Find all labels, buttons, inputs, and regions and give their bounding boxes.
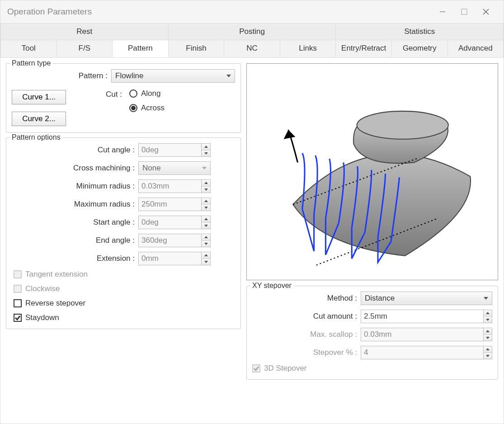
curve1-button[interactable]: Curve 1... — [12, 90, 66, 104]
method-label: Method : — [252, 294, 361, 303]
tab-pattern[interactable]: Pattern — [112, 40, 168, 57]
cross-machining-select[interactable]: None — [138, 161, 211, 175]
end-angle-input[interactable] — [138, 234, 211, 247]
cut-along-radio[interactable]: Along — [129, 89, 165, 98]
legend-pattern-options: Pattern options — [10, 133, 62, 141]
pattern-select-value: Flowline — [115, 71, 143, 80]
staydown-checkbox[interactable]: Staydown — [14, 313, 235, 322]
method-select[interactable]: Distance — [361, 292, 492, 305]
pattern-select[interactable]: Flowline — [111, 69, 235, 83]
svg-point-4 — [357, 111, 448, 139]
tab-advanced[interactable]: Advanced — [447, 40, 504, 57]
cross-machining-label: Cross machining : — [12, 164, 138, 173]
tab-tool[interactable]: Tool — [0, 40, 57, 57]
tab-entry-retract[interactable]: Entry/Retract — [335, 40, 391, 57]
max-radius-input[interactable] — [138, 198, 211, 211]
min-radius-label: Minimum radius : — [12, 182, 138, 191]
tab-links[interactable]: Links — [280, 40, 336, 57]
tangent-extension-checkbox: Tangent extension — [14, 270, 235, 279]
cut-across-radio[interactable]: Across — [129, 104, 165, 113]
close-button[interactable] — [475, 0, 497, 23]
cut-along-label: Along — [141, 89, 160, 98]
cut-label: Cut : — [73, 87, 122, 99]
titlebar: Operation Parameters — [0, 0, 504, 23]
tab-rest[interactable]: Rest — [0, 23, 168, 40]
tab-statistics[interactable]: Statistics — [335, 23, 504, 40]
max-radius-label: Maximum radius : — [12, 200, 138, 209]
chevron-down-icon — [484, 297, 488, 300]
svg-rect-1 — [462, 9, 467, 14]
tab-geometry[interactable]: Geometry — [391, 40, 447, 57]
end-angle-label: End angle : — [12, 236, 138, 245]
max-scallop-input[interactable] — [361, 328, 492, 341]
tabrow-upper: Rest Posting Statistics — [0, 23, 504, 40]
cross-machining-value: None — [142, 164, 161, 173]
min-radius-input[interactable] — [138, 179, 211, 193]
tab-fs[interactable]: F/S — [57, 40, 113, 57]
fieldset-xy-stepover: XY stepover Method : Distance Cut amount… — [246, 286, 498, 380]
pattern-preview — [246, 63, 498, 280]
extension-input[interactable] — [138, 252, 211, 265]
stepover-pct-input[interactable] — [361, 346, 492, 359]
max-scallop-label: Max. scallop : — [252, 330, 361, 339]
tabrow-lower: Tool F/S Pattern Finish NC Links Entry/R… — [0, 40, 504, 57]
reverse-stepover-checkbox[interactable]: Reverse stepover — [14, 299, 235, 308]
pattern-label: Pattern : — [12, 71, 111, 80]
tab-posting[interactable]: Posting — [168, 23, 336, 40]
curve2-button[interactable]: Curve 2... — [12, 112, 66, 126]
cut-amount-input[interactable] — [361, 310, 492, 323]
method-value: Distance — [365, 294, 395, 303]
minimize-button[interactable] — [432, 0, 453, 23]
tab-finish[interactable]: Finish — [168, 40, 224, 57]
fieldset-pattern-type: Pattern type Pattern : Flowline Curve 1.… — [6, 63, 241, 133]
extension-label: Extension : — [12, 254, 138, 263]
fieldset-pattern-options: Pattern options Cut angle : Cross machin… — [6, 137, 241, 329]
cut-angle-label: Cut angle : — [12, 146, 138, 155]
3d-stepover-checkbox: 3D Stepover — [252, 364, 307, 373]
start-angle-input[interactable] — [138, 216, 211, 229]
stepover-pct-label: Stepover % : — [252, 348, 361, 357]
spin-down-icon — [202, 151, 210, 157]
flowline-preview-icon — [253, 69, 491, 274]
cut-across-label: Across — [141, 104, 165, 113]
chevron-down-icon — [226, 75, 231, 77]
maximize-button[interactable] — [453, 0, 475, 23]
legend-pattern-type: Pattern type — [10, 59, 52, 67]
window-title: Operation Parameters — [7, 7, 432, 17]
cut-angle-input[interactable] — [138, 143, 211, 157]
cut-amount-label: Cut amount : — [252, 312, 361, 321]
spin-up-icon — [202, 144, 210, 151]
clockwise-checkbox: Clockwise — [14, 284, 235, 293]
legend-xy-stepover: XY stepover — [250, 282, 293, 290]
chevron-down-icon — [202, 167, 207, 170]
tab-nc[interactable]: NC — [224, 40, 280, 57]
start-angle-label: Start angle : — [12, 218, 138, 227]
